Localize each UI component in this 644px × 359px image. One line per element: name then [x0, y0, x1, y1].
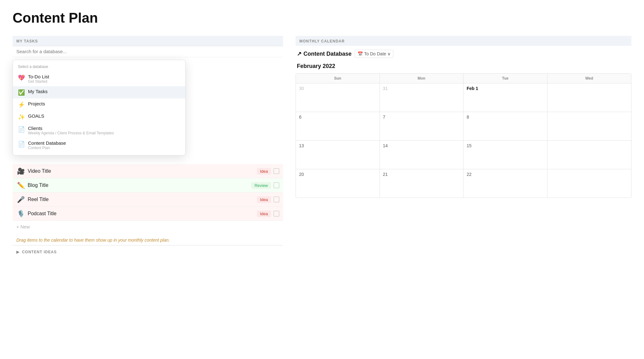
reel-icon: 🎤 — [16, 196, 25, 203]
col-sun: Sun — [296, 74, 380, 83]
cell-w2-4 — [547, 112, 631, 140]
cal-week-3: 13 14 15 — [296, 141, 631, 169]
cell-w1-4 — [547, 83, 631, 112]
calendar-grid: Sun Mon Tue Wed 30 31 Feb 1 6 7 8 — [296, 73, 631, 198]
content-ideas-label: CONTENT IDEAS — [22, 250, 57, 254]
content-ideas-chevron: ▶ — [16, 250, 19, 254]
cell-15: 15 — [464, 141, 547, 169]
db-link-arrow: ↗ — [297, 50, 302, 57]
dropdown-item-todo[interactable]: 💖 To-Do List Get Started — [13, 71, 185, 86]
dropdown-label: Select a database — [13, 63, 185, 71]
contentdb-sub: Content Plan — [28, 146, 66, 150]
todo-icon: 💖 — [18, 74, 25, 81]
cell-w3-4 — [547, 141, 631, 169]
database-dropdown: Select a database 💖 To-Do List Get Start… — [13, 60, 186, 155]
blog-title: Blog Title — [28, 182, 249, 188]
calendar-section-header: MONTHLY CALENDAR — [296, 36, 631, 46]
col-mon: Mon — [380, 74, 464, 83]
new-row[interactable]: + New — [13, 221, 283, 233]
dropdown-item-contentdb[interactable]: 📄 Content Database Content Plan — [13, 138, 185, 153]
reel-checkbox[interactable] — [274, 197, 279, 202]
cell-21: 21 — [380, 169, 464, 198]
cell-feb1: Feb 1 — [464, 83, 547, 112]
clients-sub: Weekly Agenda / Client Process & Email T… — [28, 131, 114, 135]
dropdown-item-mytasks[interactable]: ✅ My Tasks — [13, 86, 185, 98]
cell-30: 30 — [296, 83, 380, 112]
right-panel: MONTHLY CALENDAR ↗ Content Database 📅 To… — [296, 36, 631, 198]
video-icon: 🎥 — [16, 167, 25, 175]
calendar-db-link[interactable]: ↗ Content Database — [297, 50, 352, 57]
col-tue: Tue — [464, 74, 547, 83]
goals-icon: ✨ — [18, 114, 25, 121]
new-label: + New — [16, 224, 30, 229]
cal-week-4: 20 21 22 — [296, 169, 631, 198]
projects-icon: ⚡ — [18, 101, 25, 108]
cell-20: 20 — [296, 169, 380, 198]
calendar-days-header: Sun Mon Tue Wed — [296, 74, 631, 83]
task-row-blog: ✏️ Blog Title Review — [13, 178, 283, 193]
contentdb-icon: 📄 — [18, 141, 25, 148]
podcast-badge: Idea — [257, 210, 271, 217]
page-title: Content Plan — [13, 10, 631, 26]
mytasks-title: My Tasks — [28, 89, 47, 94]
calendar-month: February 2022 — [296, 63, 631, 70]
dropdown-item-clients[interactable]: 📄 Clients Weekly Agenda / Client Process… — [13, 123, 185, 138]
cal-week-2: 6 7 8 — [296, 112, 631, 141]
filter-chevron: ∨ — [387, 51, 391, 56]
todo-sub: Get Started — [28, 79, 49, 84]
projects-title: Projects — [28, 101, 45, 106]
blog-checkbox[interactable] — [274, 182, 279, 188]
cell-7: 7 — [380, 112, 464, 140]
clients-title: Clients — [28, 126, 114, 131]
blog-badge: Review — [251, 182, 271, 189]
task-row-reel: 🎤 Reel Title Idea — [13, 193, 283, 207]
blog-icon: ✏️ — [16, 182, 25, 189]
todo-title: To-Do List — [28, 74, 49, 79]
filter-icon: 📅 — [358, 51, 363, 56]
podcast-checkbox[interactable] — [274, 211, 279, 216]
cell-13: 13 — [296, 141, 380, 169]
clients-icon: 📄 — [18, 126, 25, 133]
left-panel: MY TASKS Select a database 💖 To-Do List … — [13, 36, 283, 259]
cell-w4-4 — [547, 169, 631, 198]
my-tasks-section-header: MY TASKS — [13, 36, 283, 46]
dropdown-item-projects[interactable]: ⚡ Projects — [13, 98, 185, 111]
contentdb-title: Content Database — [28, 140, 66, 146]
calendar-title-row: ↗ Content Database 📅 To Do Date ∨ — [296, 50, 631, 58]
cell-31: 31 — [380, 83, 464, 112]
task-row-podcast: 🎙️ Podcast Title Idea — [13, 207, 283, 221]
dropdown-item-goals[interactable]: ✨ GOALS — [13, 111, 185, 123]
main-layout: MY TASKS Select a database 💖 To-Do List … — [13, 36, 631, 259]
video-checkbox[interactable] — [274, 168, 279, 174]
col-wed: Wed — [547, 74, 631, 83]
cell-22: 22 — [464, 169, 547, 198]
podcast-title: Podcast Title — [28, 211, 254, 216]
reel-title: Reel Title — [28, 197, 254, 202]
goals-title: GOALS — [28, 113, 44, 119]
cell-14: 14 — [380, 141, 464, 169]
video-title: Video Title — [28, 168, 254, 174]
cell-6: 6 — [296, 112, 380, 140]
content-ideas-header[interactable]: ▶ CONTENT IDEAS — [13, 245, 283, 259]
cell-8: 8 — [464, 112, 547, 140]
task-row-video: 🎥 Video Title Idea — [13, 164, 283, 178]
db-link-label: Content Database — [303, 51, 352, 57]
calendar-weeks: 30 31 Feb 1 6 7 8 13 14 15 — [296, 83, 631, 198]
mytasks-icon: ✅ — [18, 89, 25, 96]
podcast-icon: 🎙️ — [16, 210, 25, 217]
search-input[interactable] — [16, 49, 279, 54]
search-input-wrapper — [13, 46, 283, 57]
cal-week-1: 30 31 Feb 1 — [296, 83, 631, 112]
video-badge: Idea — [257, 168, 271, 175]
drag-hint: Drag items to the calendar to have them … — [13, 233, 283, 245]
reel-badge: Idea — [257, 196, 271, 203]
calendar-filter[interactable]: 📅 To Do Date ∨ — [355, 50, 393, 58]
filter-label: To Do Date — [364, 51, 386, 56]
